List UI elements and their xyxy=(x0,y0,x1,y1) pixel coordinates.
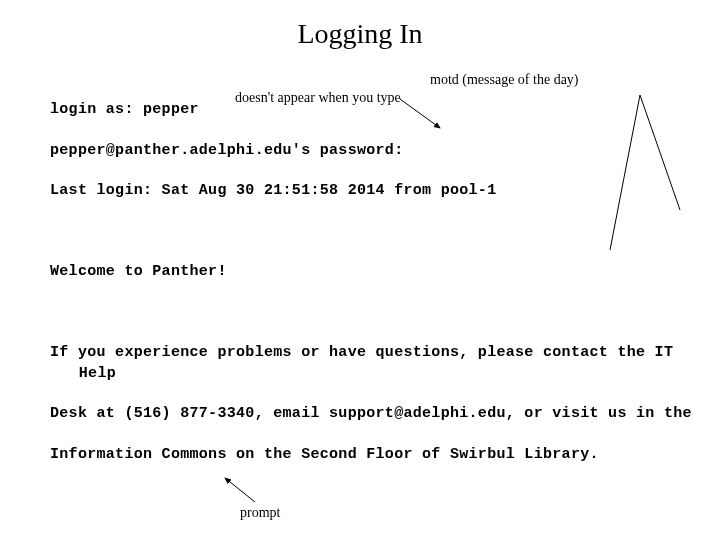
annotation-motd: motd (message of the day) xyxy=(430,72,579,88)
page-title: Logging In xyxy=(0,18,720,50)
terminal-output: login as: pepper pepper@panther.adelphi.… xyxy=(50,80,700,540)
annotation-password-note: doesn't appear when you type xyxy=(235,90,401,106)
line-welcome: Welcome to Panther! xyxy=(50,262,700,282)
line-help-1: If you experience problems or have quest… xyxy=(50,343,700,384)
line-help-3: Information Commons on the Second Floor … xyxy=(50,445,700,465)
line-last-login: Last login: Sat Aug 30 21:51:58 2014 fro… xyxy=(50,181,700,201)
annotation-prompt-note: prompt xyxy=(240,505,280,521)
line-help-2: Desk at (516) 877-3340, email support@ad… xyxy=(50,404,700,424)
line-password-prompt: pepper@panther.adelphi.edu's password: xyxy=(50,141,700,161)
